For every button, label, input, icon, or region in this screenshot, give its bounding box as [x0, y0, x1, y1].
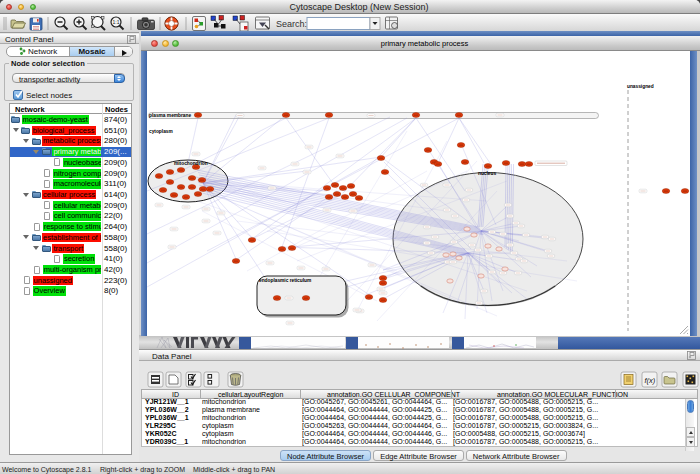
svg-text:plasma membrane: plasma membrane	[149, 113, 191, 118]
svg-text:mitochondrion: mitochondrion	[174, 161, 208, 166]
svg-text:f(x): f(x)	[645, 376, 656, 385]
svg-text:nucleus: nucleus	[478, 170, 496, 175]
svg-text:1:1: 1:1	[113, 19, 120, 25]
svg-text:Search:: Search:	[276, 19, 307, 29]
svg-text:cytoplasm: cytoplasm	[149, 129, 173, 134]
svg-text:endoplasmic reticulum: endoplasmic reticulum	[259, 278, 311, 283]
svg-text:unassigned: unassigned	[627, 84, 654, 89]
